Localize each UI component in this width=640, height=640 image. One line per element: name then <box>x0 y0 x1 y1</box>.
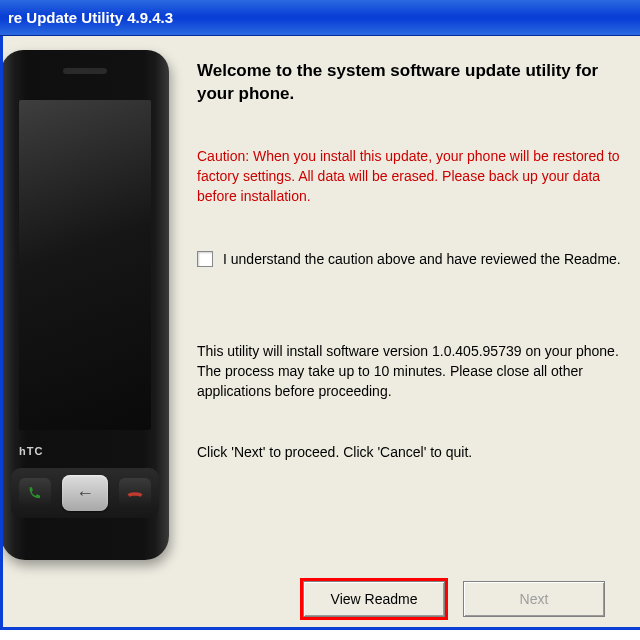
window: re Update Utility 4.9.4.3 hTC ← <box>0 0 640 640</box>
install-info: This utility will install software versi… <box>197 341 634 402</box>
window-title: re Update Utility 4.9.4.3 <box>8 9 173 26</box>
sidebar-image: hTC ← <box>3 36 183 627</box>
navigation-hint: Click 'Next' to proceed. Click 'Cancel' … <box>197 444 634 460</box>
acknowledge-row: I understand the caution above and have … <box>197 251 634 267</box>
caution-text: Caution: When you install this update, y… <box>197 146 634 207</box>
end-call-icon <box>119 478 151 508</box>
back-button-icon: ← <box>62 475 108 511</box>
content-area: hTC ← Welcome to the system software upd… <box>0 36 640 630</box>
acknowledge-checkbox[interactable] <box>197 251 213 267</box>
phone-earpiece <box>63 68 107 74</box>
wizard-heading: Welcome to the system software update ut… <box>197 60 634 106</box>
phone-brand-label: hTC <box>19 445 43 457</box>
next-button: Next <box>463 581 605 617</box>
view-readme-label: View Readme <box>331 591 418 607</box>
phone-screen <box>19 100 151 430</box>
next-label: Next <box>520 591 549 607</box>
acknowledge-label: I understand the caution above and have … <box>223 251 621 267</box>
call-icon <box>19 478 51 508</box>
titlebar[interactable]: re Update Utility 4.9.4.3 <box>0 0 640 36</box>
button-row: View Readme Next <box>303 581 605 617</box>
phone-button-row: ← <box>11 468 159 518</box>
main-panel: Welcome to the system software update ut… <box>183 36 640 627</box>
arrow-left-icon: ← <box>76 484 94 502</box>
phone-illustration: hTC ← <box>1 50 169 560</box>
view-readme-button[interactable]: View Readme <box>303 581 445 617</box>
